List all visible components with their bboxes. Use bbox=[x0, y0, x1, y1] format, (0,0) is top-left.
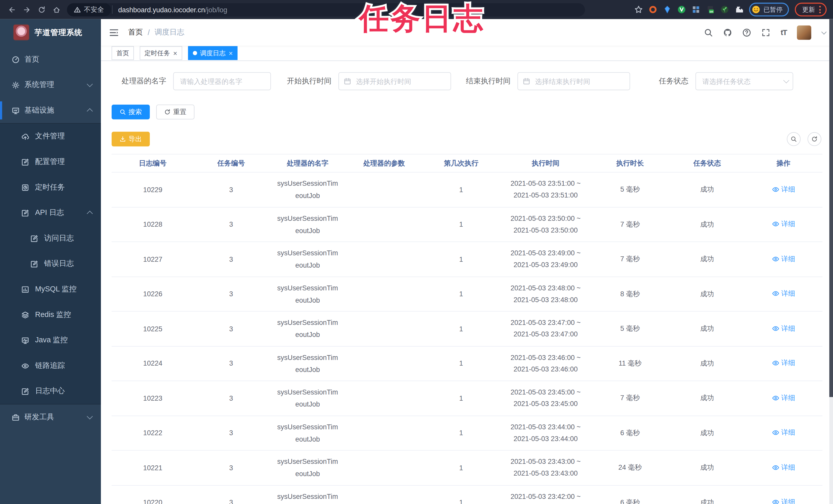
extensions-puzzle-icon[interactable] bbox=[735, 5, 743, 14]
fullscreen-icon[interactable] bbox=[762, 28, 770, 37]
search-button[interactable]: 搜索 bbox=[112, 105, 150, 120]
site-security-chip[interactable]: 不安全 bbox=[67, 3, 111, 16]
cell-actions: 详细 bbox=[744, 358, 823, 369]
cell-duration: 7 毫秒 bbox=[590, 394, 670, 403]
export-button[interactable]: 导出 bbox=[112, 132, 150, 147]
cell-execute-time: 2021-05-03 23:47:00 ~2021-05-03 23:47:00 bbox=[501, 317, 590, 340]
page-scrollbar[interactable] bbox=[829, 19, 833, 504]
sidebar-item-mysql-监控[interactable]: MySQL 监控 bbox=[0, 277, 101, 302]
hamburger-icon[interactable] bbox=[109, 27, 119, 37]
browser-update-button[interactable]: 更新 bbox=[795, 3, 827, 16]
extension-green-v-icon[interactable] bbox=[677, 5, 686, 14]
extension-orange-ring-icon[interactable] bbox=[649, 5, 657, 14]
scrollbar-thumb[interactable] bbox=[829, 19, 833, 397]
sidebar-item-访问日志[interactable]: 访问日志 bbox=[0, 226, 101, 251]
breadcrumb-home[interactable]: 首页 bbox=[128, 28, 143, 37]
column-header: 执行时间 bbox=[501, 158, 590, 168]
browser-home-button[interactable] bbox=[49, 2, 64, 17]
bookmark-star-icon[interactable] bbox=[634, 5, 643, 14]
detail-link[interactable]: 详细 bbox=[772, 393, 795, 403]
cell-actions: 详细 bbox=[744, 289, 823, 299]
start-time-field bbox=[338, 72, 451, 90]
navbar-actions: tT bbox=[704, 25, 825, 40]
cell-handler-name: sysUserSessionTimeoutJob bbox=[268, 317, 347, 341]
avatar-caret-icon[interactable] bbox=[821, 29, 827, 34]
extension-gem-icon[interactable] bbox=[663, 5, 671, 14]
security-label: 不安全 bbox=[84, 5, 104, 14]
sidebar-item-首页[interactable]: 首页 bbox=[0, 47, 101, 72]
profile-paused-badge[interactable]: 已暂停 bbox=[749, 3, 789, 16]
sidebar-item-java-监控[interactable]: Java 监控 bbox=[0, 327, 101, 353]
browser-reload-button[interactable] bbox=[34, 2, 49, 17]
sidebar-item-研发工具[interactable]: 研发工具 bbox=[0, 404, 101, 430]
sidebar-item-redis-监控[interactable]: Redis 监控 bbox=[0, 302, 101, 328]
detail-label: 详细 bbox=[781, 358, 795, 368]
sidebar-item-api-日志[interactable]: API 日志 bbox=[0, 200, 101, 226]
sidebar-item-label: 日志中心 bbox=[35, 386, 65, 396]
detail-link[interactable]: 详细 bbox=[772, 324, 795, 333]
cell-duration: 5 毫秒 bbox=[590, 324, 670, 333]
sidebar-item-文件管理[interactable]: 文件管理 bbox=[0, 124, 101, 149]
detail-link[interactable]: 详细 bbox=[772, 428, 795, 437]
cell-task-id: 3 bbox=[194, 464, 268, 472]
refresh-icon bbox=[811, 136, 818, 142]
tab-调度日志[interactable]: 调度日志× bbox=[188, 46, 238, 60]
sidebar-item-配置管理[interactable]: 配置管理 bbox=[0, 149, 101, 175]
avatar[interactable] bbox=[797, 25, 811, 40]
detail-link[interactable]: 详细 bbox=[772, 463, 795, 472]
eye-icon bbox=[772, 499, 779, 504]
sidebar-item-定时任务[interactable]: 定时任务 bbox=[0, 175, 101, 200]
handler-name-input[interactable] bbox=[173, 72, 271, 90]
extension-on-badge-icon[interactable]: on bbox=[706, 5, 714, 14]
filter-actions: 搜索 重置 bbox=[112, 105, 823, 120]
extension-sprout-icon[interactable] bbox=[720, 5, 729, 14]
detail-link[interactable]: 详细 bbox=[772, 498, 795, 504]
close-icon[interactable]: × bbox=[173, 50, 177, 56]
screen: 不安全 dashboard.yudao.iocoder.cn/job/log o… bbox=[0, 0, 833, 504]
search-icon[interactable] bbox=[704, 28, 713, 37]
back-icon bbox=[8, 6, 16, 14]
tab-首页[interactable]: 首页 bbox=[112, 46, 134, 60]
cell-duration: 7 毫秒 bbox=[590, 254, 670, 264]
detail-link[interactable]: 详细 bbox=[772, 219, 795, 229]
sidebar-logo-row[interactable]: 芋道管理系统 bbox=[0, 19, 101, 46]
browser-back-button[interactable] bbox=[4, 2, 19, 17]
browser-forward-button[interactable] bbox=[19, 2, 34, 17]
top-navbar: 首页 / 调度日志 tT bbox=[101, 19, 833, 46]
sidebar-item-label: MySQL 监控 bbox=[35, 284, 76, 294]
detail-link[interactable]: 详细 bbox=[772, 254, 795, 263]
detail-link[interactable]: 详细 bbox=[772, 289, 795, 298]
detail-label: 详细 bbox=[781, 393, 795, 403]
reset-button[interactable]: 重置 bbox=[156, 105, 194, 120]
sidebar-item-基础设施[interactable]: 基础设施 bbox=[0, 98, 101, 123]
eye-icon bbox=[772, 359, 779, 367]
detail-link[interactable]: 详细 bbox=[772, 358, 795, 368]
task-status-select[interactable] bbox=[695, 72, 793, 90]
github-icon[interactable] bbox=[723, 28, 732, 37]
toggle-search-button[interactable] bbox=[787, 132, 801, 146]
timer-icon bbox=[21, 183, 29, 192]
browser-menu-icon[interactable] bbox=[819, 6, 821, 13]
cloud-upload-icon bbox=[21, 132, 29, 141]
address-bar[interactable]: 不安全 dashboard.yudao.iocoder.cn/job/log bbox=[67, 3, 585, 16]
end-time-label: 结束执行时间 bbox=[466, 76, 510, 86]
tab-定时任务[interactable]: 定时任务× bbox=[140, 46, 182, 60]
start-time-input[interactable] bbox=[338, 72, 451, 90]
sidebar-item-日志中心[interactable]: 日志中心 bbox=[0, 378, 101, 404]
close-icon[interactable]: × bbox=[229, 50, 233, 56]
extension-grid-icon[interactable] bbox=[692, 5, 700, 14]
docs-help-icon[interactable] bbox=[742, 28, 751, 37]
task-status-label: 任务状态 bbox=[659, 76, 689, 86]
detail-link[interactable]: 详细 bbox=[772, 184, 795, 194]
refresh-table-button[interactable] bbox=[808, 132, 822, 146]
cell-execute-index: 1 bbox=[421, 221, 501, 228]
sidebar-item-错误日志[interactable]: 错误日志 bbox=[0, 251, 101, 277]
end-time-input[interactable] bbox=[518, 72, 630, 90]
sidebar: 芋道管理系统 首页系统管理基础设施文件管理配置管理定时任务API 日志访问日志错… bbox=[0, 19, 101, 504]
sidebar-item-系统管理[interactable]: 系统管理 bbox=[0, 72, 101, 98]
cell-handler-name: sysUserSessionTimeoutJob bbox=[268, 456, 347, 480]
cell-log-id: 10222 bbox=[112, 429, 194, 437]
font-size-icon[interactable]: tT bbox=[781, 28, 787, 36]
cell-status: 成功 bbox=[670, 254, 744, 264]
sidebar-item-链路追踪[interactable]: 链路追踪 bbox=[0, 353, 101, 379]
